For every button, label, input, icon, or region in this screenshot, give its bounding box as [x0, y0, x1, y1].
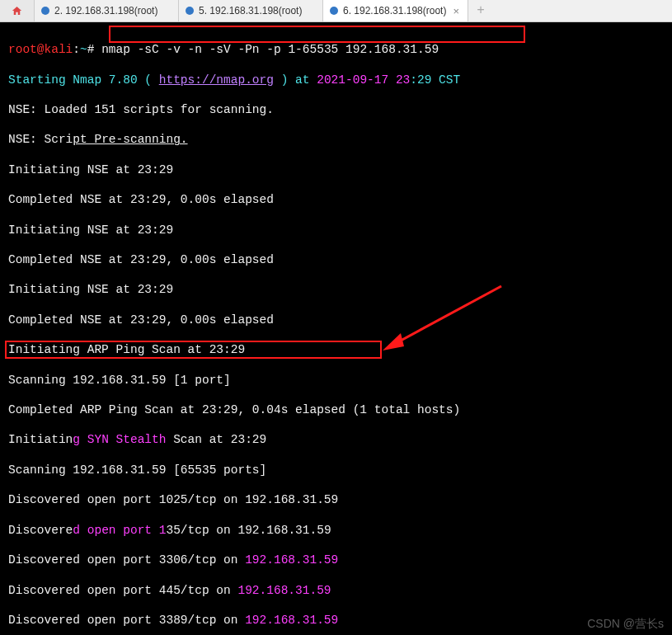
tab-bar: 2. 192.168.31.198(root) 5. 192.168.31.19… [0, 0, 672, 22]
watermark-text: CSDN @营长s [587, 617, 664, 632]
add-tab-button[interactable]: + [468, 0, 493, 21]
output-line: Initiating SYN Stealth Scan at 23:29 [8, 432, 664, 447]
output-line: Discovered open port 135/tcp on 192.168.… [8, 523, 664, 538]
command-text: nmap -sC -v -n -sV -Pn -p 1-65535 192.16… [101, 43, 439, 56]
output-line: Discovered open port 3389/tcp on 192.168… [8, 613, 664, 628]
tab-label: 6. 192.168.31.198(root) [343, 5, 446, 16]
output-line: Completed NSE at 23:29, 0.00s elapsed [8, 313, 664, 327]
terminal-output: root@kali:~# nmap -sC -v -n -sV -Pn -p 1… [0, 22, 672, 635]
status-dot-icon [330, 7, 338, 15]
output-line: Completed ARP Ping Scan at 23:29, 0.04s … [8, 402, 664, 417]
status-dot-icon [186, 7, 194, 15]
output-line: Completed NSE at 23:29, 0.00s elapsed [8, 192, 664, 207]
tab-2[interactable]: 2. 192.168.31.198(root) [35, 0, 179, 21]
output-line: Scanning 192.168.31.59 [1 port] [8, 373, 664, 388]
output-line: NSE: Script Pre-scanning. [8, 132, 664, 147]
tab-label: 5. 192.168.31.198(root) [199, 5, 302, 16]
prompt-userhost: root@kali [8, 43, 73, 56]
home-icon [11, 5, 23, 17]
close-tab-button[interactable]: × [451, 5, 461, 17]
prompt-path: ~ [80, 43, 87, 56]
output-line: Discovered open port 1025/tcp on 192.168… [8, 492, 664, 507]
output-line: Completed NSE at 23:29, 0.00s elapsed [8, 252, 664, 267]
output-line: Scanning 192.168.31.59 [65535 ports] [8, 463, 664, 477]
output-line: Initiating NSE at 23:29 [8, 223, 664, 238]
output-line: Initiating ARP Ping Scan at 23:29 [8, 342, 664, 357]
output-line: Discovered open port 445/tcp on 192.168.… [8, 583, 664, 598]
status-dot-icon [41, 7, 49, 15]
output-line: Initiating NSE at 23:29 [8, 162, 664, 177]
tab-home-button[interactable] [0, 0, 35, 21]
tab-label: 2. 192.168.31.198(root) [54, 5, 157, 16]
tab-5[interactable]: 5. 192.168.31.198(root) [179, 0, 323, 21]
tab-6[interactable]: 6. 192.168.31.198(root) × [323, 0, 468, 21]
output-line: Initiating NSE at 23:29 [8, 282, 664, 297]
output-line: NSE: Loaded 151 scripts for scanning. [8, 102, 664, 117]
nmap-url-link[interactable]: https://nmap.org [159, 73, 274, 87]
output-line: Starting Nmap 7.80 ( https://nmap.org ) … [8, 73, 664, 87]
prompt-line: root@kali:~# nmap -sC -v -n -sV -Pn -p 1… [8, 42, 664, 57]
output-line: Discovered open port 3306/tcp on 192.168… [8, 553, 664, 567]
